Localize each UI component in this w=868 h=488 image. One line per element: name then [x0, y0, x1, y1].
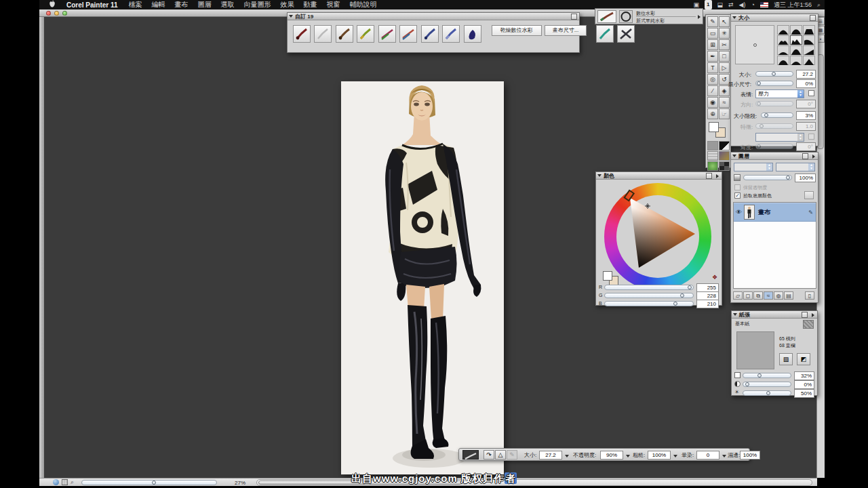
visibility-eye-icon[interactable]: 👁: [736, 209, 742, 216]
tool-dropper[interactable]: ◉: [707, 97, 718, 108]
layer-list[interactable]: 👁 畫布 ✎: [733, 202, 816, 289]
panel-menu-icon[interactable]: [812, 155, 815, 159]
dab-profile-grid[interactable]: [777, 25, 816, 66]
brush-shortcut-6[interactable]: [399, 25, 417, 43]
chevron-down-icon[interactable]: [722, 455, 726, 458]
invert-paper-button[interactable]: ▨: [779, 353, 793, 365]
menu-edit[interactable]: 編輯: [147, 0, 170, 9]
tool-text[interactable]: T: [707, 62, 718, 73]
paper-contrast-slider[interactable]: [743, 382, 791, 387]
paper-scale-value[interactable]: 32%: [794, 371, 814, 380]
brush-shortcut-4[interactable]: [357, 25, 374, 43]
watercolor-layer-button[interactable]: ≈: [764, 291, 773, 300]
collapse-icon[interactable]: [597, 174, 601, 177]
min-size-slider[interactable]: [755, 81, 793, 86]
straight-stroke-button[interactable]: △: [495, 450, 506, 460]
saturation-value-triangle[interactable]: [604, 183, 711, 290]
layer-opacity-slider[interactable]: [743, 175, 792, 180]
menu-help[interactable]: 輔助說明: [345, 0, 382, 9]
blue-value[interactable]: 210: [696, 300, 719, 308]
prop-wet-fringe-value[interactable]: 100%: [740, 451, 760, 460]
color-set-icon[interactable]: ❖: [712, 274, 717, 281]
dynamic-plugin-button[interactable]: [804, 191, 814, 199]
menu-effects[interactable]: 效果: [276, 0, 299, 9]
tool-layer-adjuster[interactable]: ↖: [719, 16, 730, 27]
spotlight-icon[interactable]: ⌕: [817, 0, 821, 9]
input-source-badge[interactable]: 1: [705, 0, 711, 9]
tool-magic-wand[interactable]: ✳: [719, 28, 730, 39]
monitor-icon[interactable]: ⬓: [717, 0, 724, 9]
brush-variant-label[interactable]: 新式單純水彩: [636, 18, 665, 24]
look-selector[interactable]: [719, 161, 730, 171]
input-flag-icon[interactable]: [760, 2, 768, 7]
brush-shortcut-9[interactable]: [464, 25, 481, 43]
zoom-window-button[interactable]: [62, 11, 67, 16]
dry-digital-watercolor-button[interactable]: 乾燥數位水彩: [492, 25, 542, 36]
pattern-selector[interactable]: [707, 151, 718, 161]
chevron-right-icon[interactable]: [698, 15, 701, 19]
brush-dab-preview[interactable]: [619, 10, 633, 23]
brush-shortcut-2[interactable]: [314, 25, 332, 43]
layer-opacity-value[interactable]: 100%: [795, 174, 816, 182]
close-icon[interactable]: [810, 15, 816, 21]
brush-tool-icon[interactable]: [462, 450, 479, 460]
menu-clock[interactable]: 週三 上午1:56: [774, 0, 812, 9]
brush-shortcut-11[interactable]: [617, 25, 635, 43]
prop-diffusion-value[interactable]: 0: [696, 451, 719, 460]
size-step-slider[interactable]: [761, 113, 793, 118]
close-icon[interactable]: [571, 14, 577, 20]
green-slider[interactable]: [604, 293, 694, 298]
paper-brightness-value[interactable]: 50%: [794, 389, 814, 398]
close-window-button[interactable]: [46, 11, 51, 16]
minimize-window-button[interactable]: [54, 11, 59, 16]
close-icon[interactable]: [802, 312, 808, 318]
chevron-down-icon[interactable]: [626, 455, 630, 458]
panel-menu-icon[interactable]: [812, 313, 814, 317]
close-icon[interactable]: [802, 153, 808, 159]
collapse-icon[interactable]: [732, 16, 736, 19]
menu-file[interactable]: 檔案: [124, 0, 147, 9]
prop-size-value[interactable]: 27.2: [539, 451, 562, 460]
freehand-stroke-button[interactable]: ↷: [484, 450, 494, 460]
tool-blender[interactable]: ≈: [719, 97, 730, 108]
menu-shapes[interactable]: 向量圖形: [239, 0, 276, 9]
size-panel-title-bar[interactable]: 大小: [731, 14, 818, 22]
gradient-selector[interactable]: [719, 141, 730, 150]
tool-grabber[interactable]: ☞: [719, 108, 730, 119]
menu-canvas[interactable]: 畫布: [170, 0, 193, 9]
tool-cloner[interactable]: ◎: [707, 74, 718, 85]
collapse-icon[interactable]: [733, 313, 737, 316]
brush-shortcut-7[interactable]: [421, 25, 439, 43]
expression-dropdown[interactable]: 壓力▲▼: [755, 89, 804, 98]
document-canvas[interactable]: [341, 81, 504, 474]
primary-color-swatch[interactable]: [603, 271, 612, 281]
layer-composite-depth-dropdown[interactable]: ▲▼: [776, 163, 815, 171]
paper-texture-thumb[interactable]: [803, 320, 814, 329]
pickup-underlying-checkbox[interactable]: ✓: [734, 192, 741, 199]
clock-icon[interactable]: ◔: [751, 0, 754, 9]
layers-panel-title-bar[interactable]: 圖層: [731, 152, 818, 160]
chevron-down-icon[interactable]: [565, 455, 569, 458]
primary-color-swatch[interactable]: [709, 122, 719, 132]
nozzle-selector[interactable]: [707, 161, 718, 171]
sync-icon[interactable]: ⇄: [728, 0, 734, 9]
brush-shortcut-10[interactable]: [596, 25, 614, 43]
red-slider[interactable]: [604, 285, 694, 290]
brush-shortcut-3[interactable]: [336, 25, 353, 43]
min-size-value[interactable]: 0%: [796, 79, 816, 88]
new-layer-button[interactable]: ▱: [733, 291, 743, 300]
blue-slider[interactable]: [604, 301, 694, 306]
menu-select[interactable]: 選取: [216, 0, 239, 9]
menu-layers[interactable]: 圖層: [193, 0, 216, 9]
color-panel-title-bar[interactable]: 顏色: [596, 172, 722, 180]
tool-magnifier[interactable]: ⊕: [707, 108, 718, 119]
panel-menu-icon[interactable]: [716, 174, 719, 178]
volume-icon[interactable]: ◀): [739, 0, 746, 9]
canvas-size-button[interactable]: 畫布尺寸...: [545, 25, 587, 36]
delete-layer-button[interactable]: ▯: [805, 291, 814, 300]
size-value[interactable]: 27.2: [796, 70, 816, 79]
brush-shortcut-5[interactable]: [378, 25, 396, 43]
close-icon[interactable]: [706, 173, 712, 179]
paper-selector[interactable]: [707, 141, 718, 150]
layer-row-canvas[interactable]: 👁 畫布 ✎: [734, 203, 816, 222]
